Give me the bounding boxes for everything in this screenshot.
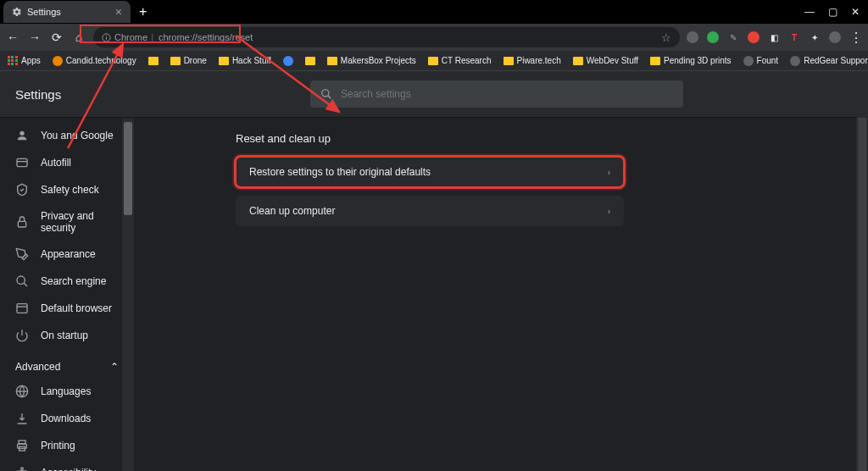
bookmark-icon bbox=[790, 56, 800, 66]
bookmark-item[interactable]: WebDev Stuff bbox=[570, 54, 641, 67]
svg-point-5 bbox=[19, 131, 24, 136]
browser-icon bbox=[15, 302, 29, 315]
sidebar-item-on-startup[interactable]: On startup bbox=[0, 322, 134, 349]
sidebar-item-accessibility[interactable]: Accessibility bbox=[0, 459, 134, 471]
bookmark-label: RedGear Support bbox=[804, 56, 868, 65]
globe-icon bbox=[15, 385, 29, 398]
forward-button[interactable]: → bbox=[27, 30, 42, 44]
person-icon bbox=[15, 129, 29, 142]
profile-avatar[interactable] bbox=[829, 31, 841, 43]
home-button[interactable]: ⌂ bbox=[71, 30, 86, 44]
sidebar-item-privacy-and-security[interactable]: Privacy and security bbox=[0, 203, 134, 241]
section-title: Reset and clean up bbox=[236, 132, 868, 145]
advanced-label: Advanced bbox=[15, 361, 60, 373]
new-tab-button[interactable]: + bbox=[139, 4, 147, 19]
reload-button[interactable]: ⟳ bbox=[49, 30, 64, 44]
sidebar-item-you-and-google[interactable]: You and Google bbox=[0, 122, 134, 149]
close-window-button[interactable]: ✕ bbox=[851, 6, 860, 18]
sidebar-item-default-browser[interactable]: Default browser bbox=[0, 295, 134, 322]
brush-icon bbox=[15, 247, 29, 261]
search-settings[interactable] bbox=[310, 80, 683, 108]
bookmark-label: Pending 3D prints bbox=[664, 56, 732, 65]
sidebar-item-languages[interactable]: Languages bbox=[0, 378, 134, 405]
bookmark-item[interactable]: Piware.tech bbox=[501, 54, 564, 67]
lock-icon bbox=[15, 215, 29, 229]
advanced-toggle[interactable]: Advanced ⌃ bbox=[0, 349, 134, 378]
page-scrollbar-track bbox=[856, 71, 868, 471]
svg-rect-8 bbox=[18, 221, 25, 227]
site-info-icon[interactable]: Chrome | bbox=[102, 32, 153, 42]
sidebar-item-label: Default browser bbox=[41, 302, 112, 314]
extension-icon[interactable] bbox=[687, 31, 698, 43]
bookmark-item[interactable]: Fount bbox=[741, 54, 782, 68]
titlebar: Settings × + — ▢ ✕ bbox=[0, 0, 868, 24]
bookmark-item[interactable]: CT Research bbox=[426, 54, 494, 67]
extension-icon[interactable] bbox=[748, 31, 760, 43]
window-controls: — ▢ ✕ bbox=[804, 6, 868, 18]
bookmark-item[interactable]: Apps bbox=[5, 54, 43, 68]
sidebar-item-search-engine[interactable]: Search engine bbox=[0, 268, 134, 295]
bookmark-item[interactable]: Drone bbox=[168, 54, 209, 67]
close-tab-icon[interactable]: × bbox=[115, 5, 122, 19]
toolbar: ← → ⟳ ⌂ Chrome | chrome://settings/reset… bbox=[0, 24, 868, 51]
bookmark-star-icon[interactable]: ☆ bbox=[661, 31, 671, 44]
bookmark-item[interactable]: MakersBox Projects bbox=[325, 54, 419, 67]
minimize-button[interactable]: — bbox=[804, 6, 815, 18]
bookmark-item[interactable]: Candid.technology bbox=[50, 54, 139, 68]
shield-icon bbox=[15, 183, 29, 197]
sidebar-item-printing[interactable]: Printing bbox=[0, 432, 134, 459]
cleanup-computer-card[interactable]: Clean up computer › bbox=[236, 196, 624, 226]
settings-header: Settings bbox=[0, 71, 868, 117]
bookmark-item[interactable] bbox=[303, 55, 318, 67]
chevron-right-icon: › bbox=[608, 168, 610, 177]
bookmark-icon bbox=[428, 57, 438, 65]
bookmark-label: CT Research bbox=[442, 56, 492, 65]
tabs-region: Settings × + bbox=[0, 0, 147, 24]
bookmark-icon bbox=[650, 57, 660, 65]
sidebar-item-safety-check[interactable]: Safety check bbox=[0, 176, 134, 203]
chevron-up-icon: ⌃ bbox=[110, 361, 119, 373]
bookmark-icon bbox=[219, 57, 229, 65]
page-scrollbar-thumb[interactable] bbox=[858, 71, 866, 471]
sidebar-scrollbar-thumb[interactable] bbox=[124, 122, 132, 215]
content: You and GoogleAutofillSafety checkPrivac… bbox=[0, 71, 868, 471]
cleanup-computer-label: Clean up computer bbox=[249, 205, 335, 217]
bookmark-icon bbox=[8, 56, 18, 66]
extension-icon[interactable]: ✎ bbox=[727, 31, 739, 43]
extensions-menu-icon[interactable]: ✦ bbox=[809, 31, 821, 43]
svg-point-3 bbox=[322, 90, 329, 97]
bookmark-label: Candid.technology bbox=[66, 56, 136, 65]
search-settings-input[interactable] bbox=[341, 88, 673, 100]
extension-icon[interactable]: ◧ bbox=[768, 31, 780, 43]
accessibility-icon bbox=[15, 466, 29, 471]
sidebar-item-label: Search engine bbox=[41, 275, 106, 287]
sidebar-item-label: Printing bbox=[41, 440, 75, 452]
settings-sidebar: You and GoogleAutofillSafety checkPrivac… bbox=[0, 71, 134, 471]
svg-rect-6 bbox=[17, 158, 27, 166]
svg-point-19 bbox=[21, 468, 24, 470]
tab-title: Settings bbox=[27, 7, 110, 17]
extension-icon[interactable] bbox=[707, 31, 719, 43]
sidebar-item-label: Downloads bbox=[41, 413, 91, 424]
sidebar-item-appearance[interactable]: Appearance bbox=[0, 241, 134, 268]
bookmark-item[interactable]: RedGear Support bbox=[787, 54, 868, 68]
bookmark-icon bbox=[53, 56, 63, 66]
bookmark-icon bbox=[305, 57, 315, 65]
kebab-menu-icon[interactable]: ⋮ bbox=[849, 30, 863, 46]
bookmark-item[interactable] bbox=[281, 54, 296, 68]
bookmark-bar: AppsCandid.technologyDroneHack StuffMake… bbox=[0, 51, 868, 71]
browser-tab[interactable]: Settings × bbox=[3, 1, 131, 23]
extension-icon[interactable]: T bbox=[788, 31, 800, 43]
back-button[interactable]: ← bbox=[5, 30, 20, 44]
sidebar-item-downloads[interactable]: Downloads bbox=[0, 405, 134, 432]
bookmark-label: MakersBox Projects bbox=[341, 56, 416, 65]
bookmark-item[interactable] bbox=[146, 55, 161, 67]
settings-title: Settings bbox=[15, 87, 61, 102]
bookmark-item[interactable]: Pending 3D prints bbox=[648, 54, 734, 67]
svg-rect-11 bbox=[17, 304, 27, 313]
restore-defaults-card[interactable]: Restore settings to their original defau… bbox=[236, 157, 624, 187]
omnibox[interactable]: Chrome | chrome://settings/reset ☆ bbox=[93, 27, 680, 47]
maximize-button[interactable]: ▢ bbox=[828, 6, 837, 18]
bookmark-item[interactable]: Hack Stuff bbox=[216, 54, 274, 67]
sidebar-item-autofill[interactable]: Autofill bbox=[0, 149, 134, 176]
